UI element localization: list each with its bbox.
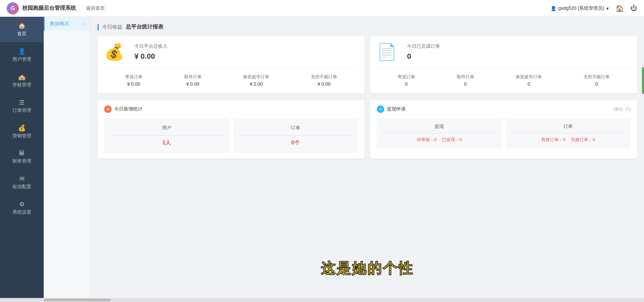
sidebar-item-schools[interactable]: 🏫 学校管理 bbox=[0, 68, 44, 93]
new-stat-user-label: 用户 bbox=[162, 125, 171, 131]
watermark-text: 这是她的个性 bbox=[321, 259, 414, 278]
order-bottom: 寄送订单 0 取件订单 0 食堂超市订单 0 无所不能订单 0 bbox=[377, 74, 631, 87]
income-info: 今日平台总收入 ¥ 0.00 bbox=[134, 43, 167, 61]
user-card-divider bbox=[110, 135, 224, 135]
order-sub-pickup-label: 取件订单 bbox=[457, 74, 474, 80]
withdraw-pending: 待审核：0 bbox=[417, 137, 437, 143]
income-sub-pickup: 取件订单 ¥ 0.00 bbox=[184, 74, 202, 87]
sidebar-label-sms: 短信配置 bbox=[12, 184, 31, 190]
sidebar-item-marketing[interactable]: 💰 营销管理 bbox=[0, 119, 44, 144]
sidebar-item-finance[interactable]: 🏛 财务管理 bbox=[0, 144, 44, 170]
order-sub-canteen-value: 0 bbox=[527, 81, 530, 87]
withdraw-divider bbox=[382, 133, 496, 133]
money-bag-icon: 💰 bbox=[104, 43, 124, 61]
new-stat-order-card: 订单 0个 bbox=[233, 118, 358, 153]
sidebar-item-orders[interactable]: ☰ 订单管理 bbox=[0, 93, 44, 119]
withdraw-valid: 有效订单：0 bbox=[541, 137, 565, 143]
cards-row: 💰 今日平台总收入 ¥ 0.00 寄送订单 ¥ 0.00 取件订单 ¥ 0.00 bbox=[97, 36, 637, 93]
sub-sidebar: 数据概况 › bbox=[44, 17, 91, 298]
new-stat-card: ⊕ 今日新增统计 用户 1人 订单 0个 bbox=[97, 100, 365, 159]
order-label: 今日已完成订单 bbox=[407, 43, 440, 49]
income-card: 💰 今日平台总收入 ¥ 0.00 寄送订单 ¥ 0.00 取件订单 ¥ 0.00 bbox=[97, 36, 365, 93]
order-sub-misc: 无所不能订单 0 bbox=[583, 74, 610, 87]
section-today-income: 今日收益 bbox=[102, 24, 122, 30]
order-value: 0 bbox=[407, 52, 440, 61]
bottom-scrollbar[interactable] bbox=[0, 298, 644, 302]
app-title: 校园跑腿后台管理系统 bbox=[22, 5, 76, 12]
income-sub-pickup-label: 取件订单 bbox=[184, 74, 202, 80]
power-icon[interactable]: ⏻ bbox=[631, 4, 637, 12]
content-area: 今日收益 总平台统计报表 💰 今日平台总收入 ¥ 0.00 寄送订单 ¥ 0.0… bbox=[91, 17, 644, 298]
section-total-title: 总平台统计报表 bbox=[126, 24, 163, 31]
sidebar-item-users[interactable]: 👤 用户管理 bbox=[0, 42, 44, 68]
withdraw-invalid-label: 无效订单： bbox=[571, 137, 593, 142]
withdraw-invalid: 无效订单：0 bbox=[571, 137, 595, 143]
withdraw-sub-row: 待审核：0 已提现：0 bbox=[417, 137, 462, 143]
order-sub-misc-value: 0 bbox=[595, 81, 598, 87]
income-sub-canteen: 食堂超市订单 ¥ 0.00 bbox=[243, 74, 269, 87]
back-home-link[interactable]: 返回首页 bbox=[86, 5, 105, 11]
document-icon: 📄 bbox=[377, 43, 397, 61]
withdraw-pending-value: 0 bbox=[434, 137, 437, 142]
sub-sidebar-label: 数据概况 bbox=[50, 21, 69, 27]
users-sidebar-icon: 👤 bbox=[18, 48, 26, 55]
income-sub-misc: 无所不能订单 ¥ 0.00 bbox=[311, 74, 337, 87]
sidebar-item-home[interactable]: 🏠 首页 bbox=[0, 17, 44, 42]
sidebar-item-sms[interactable]: ✉ 短信配置 bbox=[0, 170, 44, 195]
orders-sidebar-icon: ☰ bbox=[19, 99, 25, 106]
sidebar-item-settings[interactable]: ⚙ 系统设置 bbox=[0, 195, 44, 221]
new-stat-inner-row: 用户 1人 订单 0个 bbox=[104, 118, 358, 153]
withdraw-unit: (单位: 个) bbox=[613, 106, 631, 112]
order-info: 今日已完成订单 0 bbox=[407, 43, 440, 61]
withdraw-main-card: 提现 待审核：0 已提现：0 bbox=[377, 118, 502, 148]
sidebar-label-marketing: 营销管理 bbox=[12, 133, 31, 139]
new-stat-header: ⊕ 今日新增统计 bbox=[104, 105, 358, 113]
order-sub-pickup-value: 0 bbox=[464, 81, 467, 87]
sidebar-label-home: 首页 bbox=[17, 31, 27, 37]
income-sub-misc-value: ¥ 0.00 bbox=[318, 81, 331, 87]
income-sub-send-label: 寄送订单 bbox=[125, 74, 143, 80]
new-stat-user-value: 1人 bbox=[162, 139, 171, 146]
income-bottom: 寄送订单 ¥ 0.00 取件订单 ¥ 0.00 食堂超市订单 ¥ 0.00 无所… bbox=[104, 74, 358, 87]
withdraw-card: ⊙ 提现申请 (单位: 个) 提现 待审核：0 已提现：0 bbox=[370, 100, 637, 159]
right-scrollbar[interactable] bbox=[642, 67, 644, 94]
income-sub-send-value: ¥ 0.00 bbox=[127, 81, 140, 87]
order-top: 📄 今日已完成订单 0 bbox=[377, 43, 631, 69]
order-sub-canteen-label: 食堂超市订单 bbox=[516, 74, 542, 80]
income-sub-pickup-value: ¥ 0.00 bbox=[186, 81, 199, 87]
withdraw-main-label: 提现 bbox=[435, 124, 444, 130]
order-sub-send-label: 寄送订单 bbox=[398, 74, 415, 80]
user-info[interactable]: 👤 gxdg520 (系统管理员) ▾ bbox=[551, 5, 609, 11]
sidebar-label-schools: 学校管理 bbox=[12, 82, 31, 88]
sidebar-label-users: 用户管理 bbox=[12, 56, 31, 62]
order-card-divider bbox=[239, 135, 353, 135]
sidebar-label-settings: 系统设置 bbox=[12, 209, 31, 215]
new-stat-icon: ⊕ bbox=[104, 105, 112, 113]
withdraw-submitted-value: 0 bbox=[459, 137, 462, 142]
income-value: ¥ 0.00 bbox=[134, 52, 167, 61]
income-sub-canteen-label: 食堂超市订单 bbox=[243, 74, 269, 80]
withdraw-order-sub-row: 有效订单：0 无效订单：0 bbox=[541, 137, 595, 143]
dropdown-icon: ▾ bbox=[606, 6, 609, 11]
user-name: gxdg520 (系统管理员) bbox=[558, 5, 604, 11]
sub-sidebar-item-overview[interactable]: 数据概况 › bbox=[44, 17, 90, 31]
withdraw-pending-label: 待审核： bbox=[417, 137, 434, 142]
withdraw-inner-row: 提现 待审核：0 已提现：0 订单 bbox=[377, 118, 631, 148]
order-sub-canteen: 食堂超市订单 0 bbox=[516, 74, 542, 87]
section-bar bbox=[97, 24, 99, 31]
marketing-sidebar-icon: 💰 bbox=[18, 124, 26, 132]
income-label: 今日平台总收入 bbox=[134, 43, 167, 49]
withdraw-submitted: 已提现：0 bbox=[442, 137, 462, 143]
bottom-scrollbar-thumb[interactable] bbox=[44, 299, 111, 301]
sms-sidebar-icon: ✉ bbox=[19, 175, 25, 182]
order-sub-send: 寄送订单 0 bbox=[398, 74, 415, 87]
new-stat-title: 今日新增统计 bbox=[114, 106, 143, 112]
income-sub-misc-label: 无所不能订单 bbox=[311, 74, 337, 80]
withdraw-submitted-label: 已提现： bbox=[442, 137, 459, 142]
income-sub-send: 寄送订单 ¥ 0.00 bbox=[125, 74, 143, 87]
home-icon[interactable]: 🏠 bbox=[615, 4, 624, 12]
withdraw-order-divider bbox=[511, 133, 626, 133]
new-stat-order-value: 0个 bbox=[291, 139, 300, 146]
order-sub-pickup: 取件订单 0 bbox=[457, 74, 474, 87]
withdraw-icon: ⊙ bbox=[377, 105, 384, 113]
